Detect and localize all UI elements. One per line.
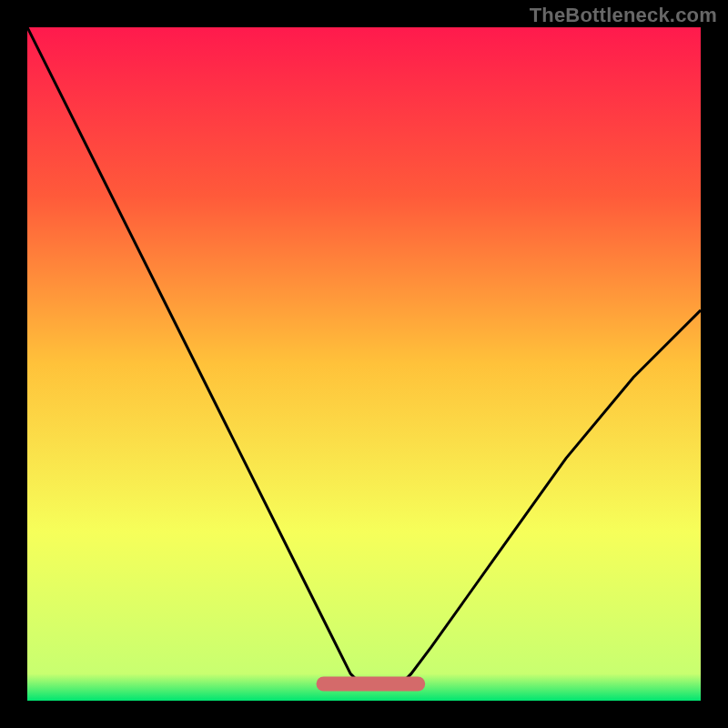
bottleneck-chart [27, 27, 701, 701]
chart-frame: TheBottleneck.com [0, 0, 728, 728]
gradient-bg [27, 27, 701, 701]
watermark-text: TheBottleneck.com [530, 4, 717, 27]
